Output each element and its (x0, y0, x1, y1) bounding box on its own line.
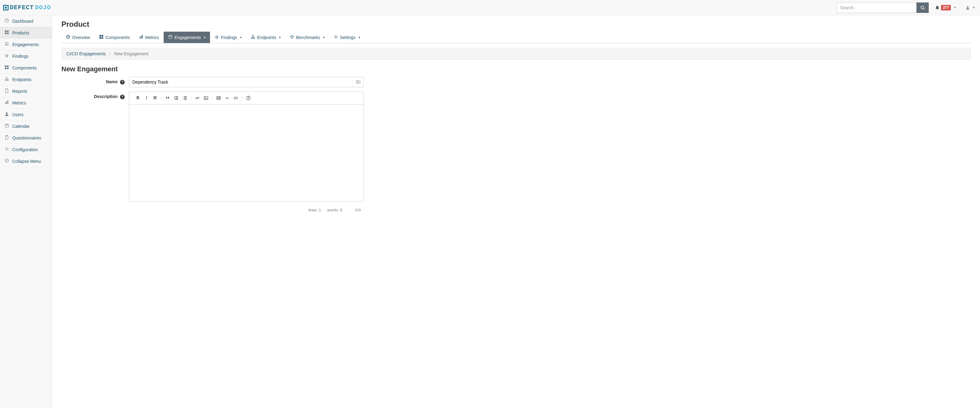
svg-point-38 (5, 159, 8, 162)
svg-point-76 (174, 99, 175, 100)
table-button[interactable] (214, 94, 223, 102)
svg-point-30 (6, 112, 7, 114)
logo-text-1: DEFECT (10, 4, 34, 11)
svg-rect-19 (5, 65, 6, 67)
horizontal-rule-button[interactable] (223, 94, 231, 102)
link-button[interactable] (193, 94, 202, 102)
ordered-list-button[interactable]: 123 (181, 94, 189, 102)
tab-label: Components (105, 35, 130, 40)
logo-text-2: DOJO (35, 4, 51, 11)
search-button[interactable] (916, 2, 929, 13)
tab-endpoints[interactable]: Endpoints▾ (246, 32, 285, 43)
notifications-menu[interactable]: 277 ▼ (935, 5, 956, 10)
sitemap-icon (4, 77, 9, 82)
sidebar-item-reports[interactable]: Reports (0, 85, 52, 97)
sidebar-item-calendar[interactable]: Calendar (0, 120, 52, 132)
svg-rect-21 (5, 68, 6, 69)
svg-rect-7 (5, 33, 6, 34)
help-icon[interactable]: ? (120, 80, 125, 84)
sidebar-item-products[interactable]: Products (0, 27, 52, 39)
grid-icon (4, 30, 9, 35)
sidebar-item-components[interactable]: Components (0, 62, 52, 74)
tab-metrics[interactable]: Metrics (134, 32, 164, 43)
gear-icon (334, 35, 338, 40)
tab-engagements[interactable]: Engagements▾ (164, 32, 210, 43)
editor-lines: lines: 1 (309, 208, 321, 212)
italic-button[interactable]: I (142, 94, 151, 102)
tab-settings[interactable]: Settings▾ (329, 32, 365, 43)
sidebar-item-metrics[interactable]: Metrics (0, 97, 52, 109)
editor-toolbar: B I H 12 (129, 92, 364, 104)
svg-rect-22 (7, 68, 9, 69)
name-input-group (129, 77, 364, 87)
user-icon (4, 112, 9, 117)
card-icon[interactable] (353, 77, 364, 87)
svg-rect-49 (169, 36, 172, 39)
user-menu[interactable]: ▼ (966, 6, 975, 10)
tab-components[interactable]: Components (95, 32, 134, 43)
sidebar-item-label: Metrics (12, 100, 26, 105)
name-input[interactable] (129, 77, 353, 87)
svg-rect-6 (7, 30, 9, 32)
svg-line-58 (218, 36, 218, 36)
sidebar-item-label: Engagements (12, 42, 39, 47)
notifications-badge: 277 (941, 5, 951, 10)
svg-point-68 (335, 36, 336, 37)
sidebar-item-configuration[interactable]: Configuration (0, 144, 52, 155)
breadcrumb-parent[interactable]: CI/CD Engagements (66, 51, 106, 56)
svg-point-87 (205, 97, 205, 98)
svg-rect-27 (5, 102, 6, 104)
dashboard-icon (4, 18, 9, 24)
quote-button[interactable] (163, 94, 172, 102)
chevron-down-icon: ▼ (953, 6, 956, 9)
search-box (837, 2, 929, 13)
th-icon (4, 65, 9, 70)
description-textarea[interactable] (129, 104, 364, 201)
unordered-list-button[interactable] (172, 94, 181, 102)
breadcrumb: CI/CD Engagements / New Engagement (61, 48, 971, 60)
gear-icon (4, 147, 9, 152)
chart-icon (139, 35, 143, 40)
chevron-down-icon: ▾ (204, 36, 205, 39)
svg-rect-70 (357, 81, 358, 82)
sidebar-item-questionnaires[interactable]: Questionnaires (0, 132, 52, 144)
sitemap-icon (251, 35, 255, 40)
sidebar-item-label: Collapse Menu (12, 159, 41, 164)
svg-rect-64 (254, 38, 255, 39)
sidebar-item-engagements[interactable]: Engagements (0, 39, 52, 50)
sidebar-item-label: Components (12, 65, 37, 70)
sidebar-item-endpoints[interactable]: Endpoints (0, 74, 52, 85)
tab-benchmarks[interactable]: Benchmarks▾ (285, 32, 329, 43)
tab-overview[interactable]: Overview (61, 32, 95, 43)
editor-cursor: 0:0 (348, 208, 361, 212)
code-button[interactable] (231, 94, 240, 102)
tab-label: Benchmarks (296, 35, 320, 40)
editor-help-button[interactable] (244, 94, 253, 102)
help-icon[interactable]: ? (120, 95, 125, 99)
svg-rect-45 (102, 37, 103, 39)
chevron-down-icon: ▾ (279, 36, 281, 39)
bold-button[interactable]: B (134, 94, 142, 102)
breadcrumb-current: New Engagement (114, 51, 148, 56)
sidebar-item-findings[interactable]: Findings (0, 50, 52, 62)
svg-rect-31 (5, 124, 9, 128)
sidebar-item-users[interactable]: Users (0, 109, 52, 120)
sidebar-item-label: Users (12, 112, 24, 117)
editor-status-bar: lines: 1 words: 0 0:0 (129, 206, 364, 214)
svg-rect-5 (5, 30, 6, 32)
bug-icon (4, 53, 9, 59)
sidebar-item-collapse-menu[interactable]: Collapse Menu (0, 155, 52, 167)
tab-label: Endpoints (257, 35, 276, 40)
globe-icon (66, 35, 70, 40)
image-button[interactable] (202, 94, 210, 102)
user-icon (966, 6, 970, 10)
sidebar-item-dashboard[interactable]: Dashboard (0, 15, 52, 27)
svg-rect-23 (6, 77, 7, 78)
bug-icon (215, 35, 219, 40)
logo[interactable]: DEFECT DOJO (3, 4, 51, 11)
svg-rect-61 (252, 35, 254, 36)
heading-button[interactable]: H (151, 94, 159, 102)
svg-point-2 (967, 6, 968, 7)
search-input[interactable] (837, 2, 916, 13)
tab-findings[interactable]: Findings▾ (210, 32, 246, 43)
